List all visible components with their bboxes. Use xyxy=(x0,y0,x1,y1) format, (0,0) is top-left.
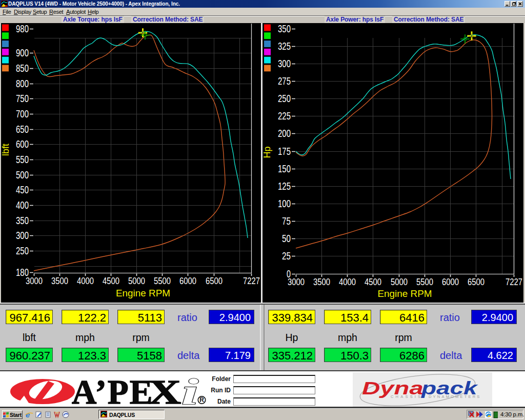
svg-text:3000: 3000 xyxy=(26,276,43,286)
svg-text:50: 50 xyxy=(282,233,291,244)
svg-text:3500: 3500 xyxy=(313,277,330,287)
svg-text:6000: 6000 xyxy=(179,276,196,286)
svg-text:X: X xyxy=(148,375,181,407)
svg-text:200: 200 xyxy=(278,128,291,139)
svg-text:5000: 5000 xyxy=(128,276,145,286)
svg-text:5500: 5500 xyxy=(416,277,433,287)
svg-text:A’PE: A’PE xyxy=(72,375,153,407)
svg-text:250: 250 xyxy=(16,245,29,256)
svg-text:7227: 7227 xyxy=(243,276,260,286)
svg-text:275: 275 xyxy=(278,75,291,87)
svg-text:4000: 4000 xyxy=(77,276,94,286)
svg-text:4500: 4500 xyxy=(103,276,119,286)
svg-text:Hp: Hp xyxy=(262,146,272,158)
svg-text:450: 450 xyxy=(16,184,29,195)
svg-text:600: 600 xyxy=(16,138,29,150)
svg-text:550: 550 xyxy=(16,154,29,165)
svg-text:900: 900 xyxy=(16,47,29,58)
svg-text:125: 125 xyxy=(278,181,291,192)
svg-text:3500: 3500 xyxy=(51,276,68,286)
svg-text:DYNAMOMETERS: DYNAMOMETERS xyxy=(429,394,481,399)
svg-text:300: 300 xyxy=(16,230,29,241)
svg-text:650: 650 xyxy=(16,124,29,135)
svg-text:350: 350 xyxy=(278,23,291,34)
svg-text:400: 400 xyxy=(16,199,29,211)
svg-text:850: 850 xyxy=(16,63,29,74)
svg-text:250: 250 xyxy=(278,93,291,104)
svg-text:6500: 6500 xyxy=(468,277,484,287)
svg-text:5000: 5000 xyxy=(391,277,408,287)
svg-text:175: 175 xyxy=(278,146,291,157)
svg-text:7227: 7227 xyxy=(506,277,522,287)
svg-text:3000: 3000 xyxy=(288,277,305,287)
svg-text:CHASSIS: CHASSIS xyxy=(391,394,422,399)
svg-text:750: 750 xyxy=(16,93,29,104)
svg-text:75: 75 xyxy=(282,215,291,227)
svg-text:6000: 6000 xyxy=(442,277,459,287)
svg-text:700: 700 xyxy=(16,108,29,119)
svg-text:300: 300 xyxy=(278,58,291,69)
svg-text:100: 100 xyxy=(278,198,291,209)
svg-text:225: 225 xyxy=(278,110,291,122)
svg-text:325: 325 xyxy=(278,41,291,52)
svg-text:800: 800 xyxy=(16,78,29,89)
svg-text:150: 150 xyxy=(278,163,291,174)
svg-text:lbft: lbft xyxy=(1,144,11,156)
svg-text:Engine RPM: Engine RPM xyxy=(378,289,432,299)
svg-text:500: 500 xyxy=(16,169,29,181)
svg-text:980: 980 xyxy=(16,23,29,34)
svg-text:25: 25 xyxy=(282,250,291,262)
svg-text:4500: 4500 xyxy=(365,277,381,287)
svg-text:6500: 6500 xyxy=(206,276,223,286)
svg-text:Engine RPM: Engine RPM xyxy=(116,288,170,298)
svg-text:350: 350 xyxy=(16,215,29,226)
svg-text:5500: 5500 xyxy=(154,276,171,286)
svg-text:4000: 4000 xyxy=(339,277,356,287)
